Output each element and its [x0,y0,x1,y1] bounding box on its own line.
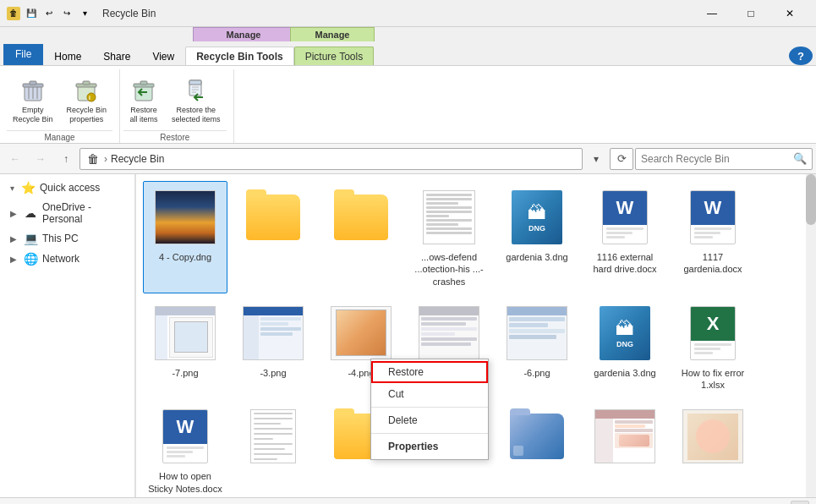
empty-recycle-bin-btn[interactable]: EmptyRecycle Bin [7,73,59,129]
back-btn[interactable]: ← [3,147,27,171]
recycle-bin-properties-btn[interactable]: i Recycle Binproperties [61,73,113,129]
file-label-1116-external: 1116 external hard drive.docx [587,251,663,276]
tab-share[interactable]: Share [92,47,141,65]
ribbon-tabs: File Home Share View Recycle Bin Tools P… [0,44,816,66]
file-screenshot6[interactable] [583,400,667,497]
file-gardenia-dng2[interactable]: 🏔 DNG gardenia 3.dng [583,297,667,397]
file--3-png[interactable]: -3.png [231,297,315,397]
file-folder5[interactable] [495,400,579,497]
network-label: Network [42,253,79,265]
file-how-to-open-sticky[interactable]: W How to open Sticky Notes.docx [143,400,227,497]
context-menu-delete[interactable]: Delete [371,409,488,431]
file-icon-folder2 [331,187,392,248]
context-menu-cut[interactable]: Cut [371,383,488,405]
this-pc-label: This PC [42,233,79,244]
file-label--3-png: -3.png [260,367,286,379]
search-input[interactable] [641,153,793,165]
svg-rect-5 [30,81,36,85]
onedrive-label: OneDrive - Personal [42,201,128,225]
restore-all-items-btn[interactable]: Restoreall items [123,73,164,129]
svg-rect-16 [189,80,201,85]
content-area[interactable]: 4 - Copy.dng [136,174,816,497]
quick-access-label: Quick access [40,182,100,194]
minimize-btn[interactable]: — [693,0,731,27]
address-path[interactable]: 🗑 › Recycle Bin [79,148,583,170]
search-box[interactable]: 🔍 [635,148,813,170]
context-menu-restore[interactable]: Restore [371,361,488,383]
file-gardenia-dng[interactable]: 🏔 DNG gardenia 3.dng [495,181,579,293]
tab-recycle-bin-tools[interactable]: Recycle Bin Tools [185,47,293,65]
details-view-btn[interactable] [791,501,809,505]
title-bar: 🗑 💾 ↩ ↪ ▾ Recycle Bin — □ ✕ [0,0,816,27]
file-icon-1117-gardenia: W [682,187,743,248]
context-menu-properties[interactable]: Properties [371,436,488,457]
file-folder1[interactable] [231,181,315,293]
ribbon-content: EmptyRecycle Bin i Recycle Binproperties… [0,66,816,144]
ribbon-group-restore: Restoreall items Restore theselected ite… [120,69,234,143]
forward-btn[interactable]: → [29,147,52,171]
tab-home[interactable]: Home [43,47,92,65]
status-bar: 176 items 1 item selected 6.07 MB [0,497,816,504]
sidebar-item-network[interactable]: ▶ 🌐 Network [0,249,134,269]
file--7-png[interactable]: -7.png [143,297,227,397]
address-path-text: Recycle Bin [111,153,164,165]
file-icon--4-png [331,303,392,364]
sidebar-item-quick-access[interactable]: ▾ ⭐ Quick access [0,178,134,198]
manage-group-label: Manage [7,130,112,144]
file-icon-folder5 [507,406,567,467]
address-dropdown-btn[interactable]: ▾ [584,147,608,171]
file-folder2[interactable] [319,181,403,293]
file-icon-1116-external: W [594,187,655,248]
sidebar-item-this-pc[interactable]: ▶ 💻 This PC [0,228,134,249]
file-label--6-png: -6.png [523,367,550,379]
file-screenshot7[interactable] [671,400,755,497]
qa-undo-btn[interactable]: ↩ [41,6,57,21]
file-1116-external[interactable]: W 1116 external hard drive.docx [583,181,667,293]
file-doc1[interactable] [231,400,315,497]
ribbon-group-restore-content: Restoreall items Restore theselected ite… [123,69,227,129]
image-icon: 🏔 [528,202,546,224]
maximize-btn[interactable]: □ [731,0,770,27]
file-1117-gardenia[interactable]: W 1117 gardenia.docx [671,181,755,293]
large-icons-view-btn[interactable] [769,501,787,505]
sidebar-item-onedrive[interactable]: ▶ ☁ OneDrive - Personal [0,198,134,228]
svg-rect-8 [83,81,90,85]
file-how-to-fix-error[interactable]: X How to fix error 1.xlsx [671,297,755,397]
address-bar: ← → ↑ 🗑 › Recycle Bin ▾ ⟳ 🔍 [0,144,816,174]
context-menu: Restore Cut Delete Properties [370,359,489,460]
qa-save-btn[interactable]: 💾 [24,6,39,21]
tab-picture-tools[interactable]: Picture Tools [294,47,374,65]
file-icon-folder1 [243,187,304,248]
picture-context-header: Manage [290,27,375,41]
this-pc-icon: 💻 [24,232,37,245]
restore-all-items-label: Restoreall items [130,106,158,124]
main-area: ▾ ⭐ Quick access ▶ ☁ OneDrive - Personal… [0,174,816,497]
contextual-headers: Manage Manage [0,27,816,44]
window-controls: — □ ✕ [693,0,809,27]
context-menu-divider-2 [371,433,488,434]
up-btn[interactable]: ↑ [54,147,78,171]
file-icon-screenshot6 [594,406,655,467]
tab-view[interactable]: View [141,47,185,65]
file-4-copy-dng[interactable]: 4 - Copy.dng [143,181,227,293]
file--6-png[interactable]: -6.png [495,297,579,397]
close-btn[interactable]: ✕ [770,0,809,27]
tab-file[interactable]: File [3,43,43,65]
address-folder-icon: 🗑 [87,152,99,166]
network-icon: 🌐 [24,252,37,266]
empty-recycle-bin-label: EmptyRecycle Bin [13,106,53,124]
onedrive-icon: ☁ [24,206,37,220]
scrollbar-track[interactable] [806,174,816,497]
restore-selected-btn[interactable]: Restore theselected items [166,73,227,129]
scrollbar-thumb[interactable] [806,174,816,225]
help-btn[interactable]: ? [789,47,813,65]
empty-recycle-bin-icon [19,77,47,104]
refresh-btn[interactable]: ⟳ [610,148,633,170]
sidebar: ▾ ⭐ Quick access ▶ ☁ OneDrive - Personal… [0,174,135,497]
file-windows-defend[interactable]: ...ows-defend ...otection-his ...-crashe… [407,181,491,293]
qa-more-btn[interactable]: ▾ [77,6,92,21]
file-label-1117-gardenia: 1117 gardenia.docx [675,251,751,276]
file-icon-how-to-fix-error: X [682,303,743,364]
search-icon: 🔍 [793,152,807,165]
qa-redo-btn[interactable]: ↪ [59,6,74,21]
